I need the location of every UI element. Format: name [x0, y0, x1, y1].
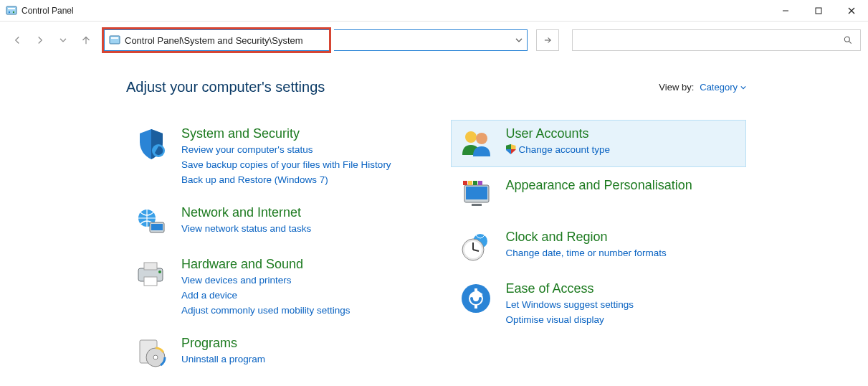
globe-network-icon [134, 205, 168, 240]
forward-button[interactable] [30, 30, 50, 50]
category-title[interactable]: Appearance and Personalisation [506, 178, 739, 193]
svg-rect-18 [144, 277, 157, 286]
category-link[interactable]: Back up and Restore (Windows 7) [181, 173, 414, 188]
view-by-value: Category [700, 82, 738, 93]
view-by: View by: Category [659, 82, 746, 93]
control-panel-icon [6, 5, 17, 17]
svg-rect-32 [478, 181, 482, 185]
category-link[interactable]: Add a device [181, 288, 414, 303]
category-clock-region: Clock and Region Change date, time or nu… [451, 223, 747, 270]
search-icon [843, 35, 853, 45]
category-link[interactable]: Optimise visual display [506, 313, 739, 328]
svg-rect-9 [111, 37, 118, 39]
svg-line-11 [849, 42, 852, 44]
svg-point-25 [476, 133, 487, 144]
page-heading: Adjust your computer's settings [126, 79, 325, 95]
view-by-dropdown[interactable]: Category [700, 82, 746, 93]
up-button[interactable] [76, 30, 96, 50]
category-ease-of-access: Ease of Access Let Windows suggest setti… [451, 275, 747, 334]
category-title[interactable]: User Accounts [506, 126, 739, 141]
category-link[interactable]: View devices and printers [181, 273, 414, 288]
svg-rect-30 [468, 181, 472, 185]
category-link[interactable]: Adjust commonly used mobility settings [181, 303, 414, 319]
svg-rect-31 [473, 181, 477, 185]
svg-rect-28 [472, 204, 482, 206]
recent-dropdown[interactable] [53, 30, 73, 50]
chevron-down-icon [740, 85, 746, 90]
svg-point-24 [465, 131, 477, 143]
category-link[interactable]: Change date, time or number formats [506, 246, 739, 261]
back-button[interactable] [7, 30, 27, 50]
view-by-label: View by: [659, 82, 694, 93]
monitor-colors-icon [459, 178, 493, 212]
category-network-internet: Network and Internet View network status… [126, 199, 422, 246]
category-link[interactable]: Change account type [506, 143, 739, 158]
category-link[interactable]: View network status and tasks [181, 222, 414, 237]
category-hardware-sound: Hardware and Sound View devices and prin… [126, 250, 422, 325]
svg-rect-5 [816, 8, 821, 14]
svg-point-10 [844, 37, 849, 42]
close-button[interactable] [835, 0, 868, 22]
chevron-down-icon [515, 37, 523, 44]
category-title[interactable]: Network and Internet [181, 205, 414, 220]
content: Adjust your computer's settings View by:… [0, 59, 868, 377]
category-link[interactable]: Let Windows suggest settings [506, 298, 739, 313]
category-appearance-personalisation: Appearance and Personalisation [451, 171, 747, 219]
category-programs: Programs Uninstall a program [126, 329, 422, 377]
svg-rect-0 [6, 6, 16, 14]
address-path: Control Panel\System and Security\System [125, 35, 303, 46]
clock-globe-icon [459, 230, 493, 264]
category-title[interactable]: Ease of Access [506, 281, 739, 296]
printer-icon [134, 257, 168, 291]
category-user-accounts: User Accounts Change account type [451, 120, 747, 167]
category-link[interactable]: Uninstall a program [181, 352, 414, 367]
svg-rect-8 [110, 36, 120, 44]
svg-point-19 [158, 270, 161, 273]
address-bar-overflow[interactable] [334, 29, 528, 51]
svg-rect-1 [8, 8, 15, 9]
go-button[interactable] [536, 29, 559, 51]
search-box[interactable] [572, 29, 861, 51]
category-system-security: System and Security Review your computer… [126, 120, 422, 194]
maximize-button[interactable] [802, 0, 835, 22]
address-icon [109, 34, 120, 46]
nav-row: Control Panel\System and Security\System [0, 22, 868, 59]
shield-icon [134, 126, 168, 161]
disc-box-icon [134, 336, 168, 370]
categories-right: User Accounts Change account type [451, 120, 747, 377]
users-icon [459, 126, 493, 161]
svg-rect-15 [151, 224, 163, 230]
ease-of-access-icon [459, 281, 493, 316]
category-link[interactable]: Review your computer's status [181, 143, 414, 158]
address-bar[interactable]: Control Panel\System and Security\System [104, 29, 329, 51]
svg-point-23 [153, 355, 158, 359]
titlebar: Control Panel [0, 0, 868, 22]
svg-rect-27 [466, 187, 487, 199]
category-title[interactable]: Programs [181, 336, 414, 351]
categories-left: System and Security Review your computer… [126, 120, 422, 377]
category-title[interactable]: Clock and Region [506, 230, 739, 245]
svg-point-3 [13, 11, 14, 12]
category-link[interactable]: Save backup copies of your files with Fi… [181, 158, 414, 173]
address-bar-highlight: Control Panel\System and Security\System [102, 27, 331, 53]
svg-point-2 [9, 11, 10, 12]
svg-rect-29 [463, 181, 467, 185]
window-title: Control Panel [22, 6, 74, 16]
category-title[interactable]: System and Security [181, 126, 414, 141]
category-title[interactable]: Hardware and Sound [181, 257, 414, 272]
svg-rect-17 [144, 263, 157, 270]
minimize-button[interactable] [769, 0, 802, 22]
